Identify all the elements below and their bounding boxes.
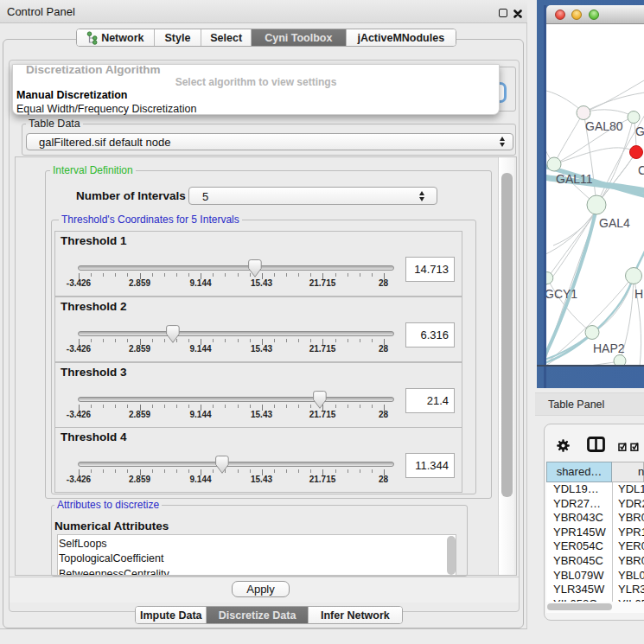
svg-text:GAL80: GAL80 [585,119,623,133]
svg-text:C: C [638,163,644,177]
svg-text:GAL11: GAL11 [556,172,593,186]
svg-text:H: H [634,287,643,301]
svg-text:GCY1: GCY1 [546,287,577,301]
svg-text:GA: GA [635,124,644,138]
svg-text:GAL4: GAL4 [599,216,630,230]
svg-text:HAP2: HAP2 [593,341,625,355]
